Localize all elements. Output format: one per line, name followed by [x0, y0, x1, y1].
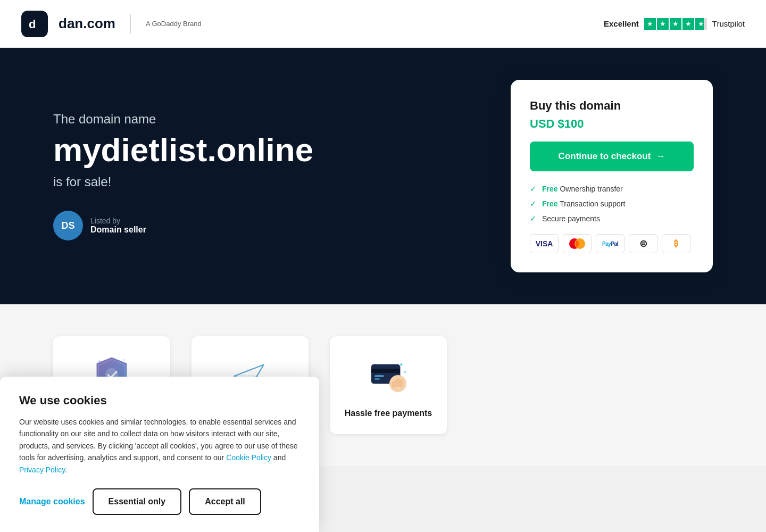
manage-cookies-button[interactable]: Manage cookies [19, 497, 85, 506]
bitcoin-icon: ₿ [662, 234, 690, 253]
feature-card-payment: ✦ ✦ Hassle free payments [330, 336, 447, 434]
accept-all-button[interactable]: Accept all [189, 488, 261, 515]
mastercard-icon [563, 234, 592, 253]
logo-divider [130, 14, 131, 34]
hero-subtitle: The domain name [53, 112, 511, 127]
godaddy-brand-label: A GoDaddy Brand [146, 20, 202, 28]
hero-section: The domain name mydietlist.online is for… [0, 48, 766, 304]
svg-rect-10 [374, 375, 384, 377]
svg-rect-16 [392, 381, 395, 388]
svg-rect-15 [400, 379, 403, 387]
paypal-icon: PayPal [596, 234, 625, 253]
hero-domain: mydietlist.online [53, 132, 511, 168]
check-icon-3: ✓ [530, 214, 537, 223]
star-4: ★ [682, 18, 694, 30]
free-label-2: Free Transaction support [542, 200, 625, 208]
cookie-policy-link[interactable]: Cookie Policy [226, 453, 271, 462]
feature-transaction: ✓ Free Transaction support [530, 199, 694, 209]
hero-text-area: The domain name mydietlist.online is for… [53, 112, 511, 240]
card-svg-icon: ✦ ✦ [367, 355, 410, 397]
svg-text:d: d [29, 18, 36, 31]
avatar: DS [53, 211, 83, 240]
svg-text:✦: ✦ [403, 370, 407, 375]
cookie-title: We use cookies [19, 394, 300, 408]
cookie-overlay: We use cookies Our website uses cookies … [0, 377, 319, 532]
star-3: ★ [670, 18, 681, 30]
hero-sale-text: is for sale! [53, 174, 511, 189]
svg-rect-9 [371, 369, 400, 373]
escrow-icon: ⊜ [629, 234, 657, 253]
buy-price: USD $100 [530, 117, 694, 131]
card-icon-area: ✦ ✦ [343, 352, 434, 400]
star-5-half: ★ [695, 18, 707, 30]
svg-text:✦: ✦ [97, 359, 102, 364]
star-2: ★ [657, 18, 669, 30]
svg-text:✦: ✦ [399, 362, 403, 368]
feature-ownership: ✓ Free Ownership transfer [530, 184, 694, 194]
trustpilot-stars: ★ ★ ★ ★ ★ [644, 18, 707, 30]
svg-rect-14 [397, 378, 400, 387]
trustpilot-brand-label: Trustpilot [712, 19, 745, 28]
svg-rect-13 [395, 379, 397, 387]
svg-rect-11 [374, 378, 380, 380]
logo-area: d dan.com A GoDaddy Brand [21, 11, 202, 37]
trustpilot-area: Excellent ★ ★ ★ ★ ★ Trustpilot [604, 18, 745, 30]
dan-logo-text: dan.com [59, 15, 115, 32]
buy-title: Buy this domain [530, 99, 694, 113]
listed-by-label: Listed by [90, 217, 146, 225]
buy-box: Buy this domain USD $100 Continue to che… [511, 80, 713, 272]
seller-badge: DS Listed by Domain seller [53, 211, 511, 240]
star-1: ★ [644, 18, 656, 30]
site-header: d dan.com A GoDaddy Brand Excellent ★ ★ … [0, 0, 766, 48]
buy-features-list: ✓ Free Ownership transfer ✓ Free Transac… [530, 184, 694, 223]
trustpilot-excellent-label: Excellent [604, 19, 639, 28]
privacy-policy-link[interactable]: Privacy Policy [19, 466, 65, 474]
checkout-button[interactable]: Continue to checkout → [530, 142, 694, 171]
svg-text:✦: ✦ [122, 358, 126, 362]
cookie-text: Our website uses cookies and similar tec… [19, 416, 300, 476]
seller-name: Domain seller [90, 225, 146, 235]
feature-title-payment: Hassle free payments [343, 409, 434, 418]
feature-secure: ✓ Secure payments [530, 214, 694, 223]
free-label-1: Free Ownership transfer [542, 185, 623, 193]
arrow-icon: → [656, 151, 665, 162]
payment-icons: VISA PayPal ⊜ ₿ [530, 234, 694, 253]
cookie-actions: Manage cookies Essential only Accept all [19, 488, 300, 515]
check-icon-2: ✓ [530, 199, 537, 209]
essential-only-button[interactable]: Essential only [93, 488, 182, 515]
check-icon-1: ✓ [530, 184, 537, 194]
dan-logo-icon: d [21, 11, 48, 37]
seller-info: Listed by Domain seller [90, 217, 146, 235]
cookie-banner: We use cookies Our website uses cookies … [0, 377, 319, 532]
visa-icon: VISA [530, 234, 559, 253]
